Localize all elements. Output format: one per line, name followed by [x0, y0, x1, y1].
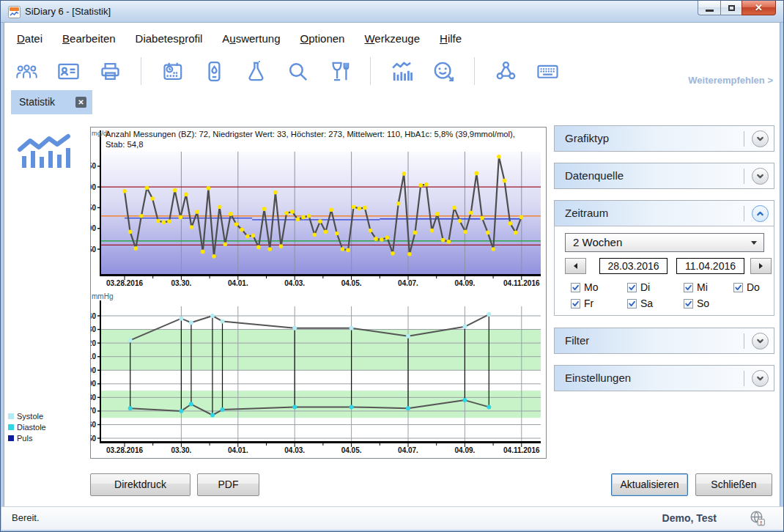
legend-label: Puls [17, 434, 32, 443]
legend-item-diastole: Diastole [8, 421, 46, 432]
svg-text:mmHg: mmHg [92, 292, 113, 300]
svg-text:04.05.: 04.05. [341, 446, 362, 454]
menu-datei[interactable]: Datei [17, 32, 42, 45]
section-datenquelle: Datenquelle [554, 163, 774, 189]
title-bar: SiDiary 6 - [Statistik] ✕ [1, 1, 783, 23]
weekday-checkbox-di[interactable]: Di [627, 281, 650, 293]
date-from-field[interactable]: 28.03.2016 [599, 258, 667, 274]
legend-item-systole: Systole [8, 410, 46, 421]
checkbox-icon[interactable] [571, 283, 580, 292]
checkbox-icon[interactable] [627, 283, 637, 292]
food-icon[interactable] [327, 57, 352, 85]
legend-label: Systole [17, 412, 43, 421]
pdf-button[interactable]: PDF [197, 473, 259, 496]
patients-icon[interactable] [14, 57, 39, 85]
menu-bar: DateiBearbeitenDiabetesprofilAuswertungO… [17, 29, 462, 48]
svg-text:50: 50 [91, 245, 96, 254]
recommend-link[interactable]: Weiterempfehlen > [688, 75, 773, 86]
svg-text:03.30.: 03.30. [171, 446, 191, 454]
menu-werkzeuge[interactable]: Werkzeuge [364, 32, 420, 45]
menu-hilfe[interactable]: Hilfe [440, 32, 462, 45]
previous-period-button[interactable] [565, 258, 586, 274]
svg-text:50: 50 [91, 435, 96, 443]
share-icon[interactable] [493, 57, 518, 85]
weekday-checkbox-sa[interactable]: Sa [627, 298, 653, 309]
svg-text:04.09.: 04.09. [454, 446, 475, 454]
chevron-down-icon[interactable] [752, 370, 769, 387]
lab-flask-icon[interactable] [243, 57, 268, 85]
minimize-button[interactable] [698, 1, 720, 15]
menu-auswertung[interactable]: Auswertung [222, 32, 280, 45]
direktdruck-button[interactable]: Direktdruck [90, 473, 191, 496]
divider [744, 131, 744, 147]
chevron-down-icon[interactable] [752, 168, 769, 185]
window-controls: ✕ [698, 1, 776, 15]
chart-legend: SystoleDiastolePuls [8, 410, 46, 443]
checkbox-icon[interactable] [571, 299, 580, 309]
svg-text:04.05.: 04.05. [341, 279, 362, 287]
date-to-field[interactable]: 11.04.2016 [676, 258, 744, 274]
svg-text:150: 150 [91, 204, 96, 212]
status-text: Bereit. [12, 507, 40, 529]
svg-text:04.01.: 04.01. [228, 446, 248, 454]
weekday-checkbox-mi[interactable]: Mi [684, 281, 708, 293]
tab-close-icon[interactable]: ✕ [75, 97, 86, 108]
menu-bearbeiten[interactable]: Bearbeiten [62, 32, 116, 45]
search-icon[interactable] [285, 57, 310, 85]
window-title: SiDiary 6 - [Statistik] [25, 1, 111, 22]
wellness-icon[interactable] [431, 57, 456, 85]
statistics-icon[interactable] [389, 57, 414, 85]
svg-text:80: 80 [91, 394, 96, 402]
weekday-checkbox-fr[interactable]: Fr [571, 298, 593, 309]
chevron-up-icon[interactable] [752, 205, 769, 222]
calendar-clock-icon[interactable] [160, 57, 185, 85]
svg-text:!: ! [760, 520, 761, 526]
app-window: SiDiary 6 - [Statistik] ✕ DateiBearbeite… [0, 0, 784, 532]
patient-card-icon[interactable] [56, 57, 81, 85]
svg-text:140: 140 [91, 312, 96, 320]
toolbar-separator [474, 57, 475, 85]
maximize-button[interactable] [720, 1, 742, 15]
svg-text:130: 130 [91, 325, 96, 333]
next-period-button[interactable] [750, 258, 772, 274]
checkbox-icon[interactable] [684, 299, 693, 309]
legend-swatch [8, 413, 14, 419]
weekday-checkbox-so[interactable]: So [684, 298, 709, 309]
close-button[interactable]: ✕ [742, 1, 776, 15]
menu-diabetesprofil[interactable]: Diabetesprofil [136, 32, 203, 45]
glucose-meter-icon[interactable] [201, 57, 226, 85]
menu-optionen[interactable]: Optionen [300, 32, 345, 45]
legend-swatch [8, 435, 14, 441]
checkbox-icon[interactable] [733, 283, 743, 292]
chevron-down-icon[interactable] [752, 333, 769, 350]
print-icon[interactable] [97, 57, 122, 85]
svg-text:03.28.2016: 03.28.2016 [106, 446, 143, 454]
tab-statistik[interactable]: Statistik ✕ [11, 90, 92, 114]
checkbox-icon[interactable] [627, 299, 637, 309]
schliessen-button[interactable]: Schließen [695, 473, 772, 496]
weekday-label: Mi [697, 281, 708, 293]
online-sync-icon: ! [748, 509, 766, 528]
toolbar [14, 55, 560, 87]
arrow-left-icon [574, 263, 577, 269]
section-title: Grafiktyp [565, 126, 609, 151]
aktualisieren-button[interactable]: Aktualisieren [611, 473, 688, 496]
glucose-chart: 5010015020025003.28.201603.30.04.01.04.0… [91, 128, 546, 290]
weekday-label: Do [747, 281, 760, 293]
svg-text:200: 200 [91, 183, 96, 191]
time-range-select[interactable]: 2 Wochen [565, 233, 764, 252]
chart-container: 5010015020025003.28.201603.30.04.01.04.0… [90, 127, 547, 459]
weekday-checkbox-mo[interactable]: Mo [571, 281, 598, 293]
legend-label: Diastole [17, 423, 46, 432]
svg-text:70: 70 [91, 407, 96, 415]
zeitraum-panel: 2 Wochen 28.03.2016 11.04.2016 MoDiMiDo … [554, 226, 774, 316]
legend-swatch [8, 424, 14, 430]
weekday-checkbox-do[interactable]: Do [733, 281, 760, 293]
svg-text:04.11.2016: 04.11.2016 [503, 446, 540, 454]
status-bar: Bereit. Demo, Test ! [1, 506, 784, 530]
keyboard-icon[interactable] [535, 57, 560, 85]
checkbox-icon[interactable] [684, 283, 693, 292]
svg-text:04.03.: 04.03. [284, 446, 305, 454]
divider [744, 333, 744, 349]
chevron-down-icon[interactable] [752, 130, 769, 147]
